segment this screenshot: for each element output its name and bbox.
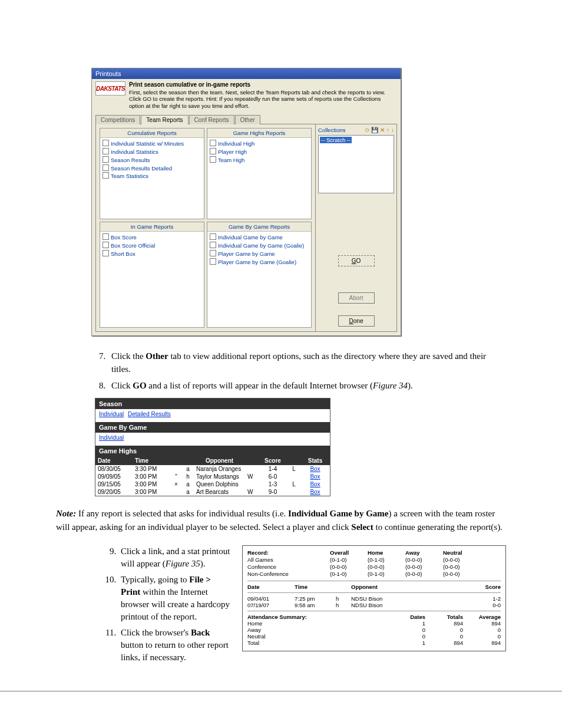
delete-icon[interactable]: ✕ [380,127,385,133]
box-link[interactable]: Box [310,489,320,495]
tab-other[interactable]: Other [235,115,260,124]
table-row: 09/20/053:00 PMaArt BearcatsW9-0Box [95,488,330,496]
checkbox-item[interactable]: Player Game by Game [210,250,309,258]
dakstats-logo: DAKSTATS [95,81,125,95]
new-icon[interactable]: ✩ [365,127,369,133]
table-row: 09/09/053:00 PM"hTaylor MustangsW6-0Box [95,473,330,480]
table-row: 08/30/053:30 PMaNaranja Oranges1-4LBox [95,465,330,473]
collection-scratch[interactable]: -- Scratch -- [320,137,352,143]
done-button[interactable]: Done [338,315,375,327]
in-game-reports-box: In Game Reports Box Score Box Score Offi… [100,222,204,328]
checkbox-item[interactable]: Individual Statistics [103,148,201,156]
checkbox-item[interactable]: Season Results [103,156,201,164]
checkbox-item[interactable]: Box Score Official [103,242,201,250]
step-10: Typically, going to File > Print within … [118,574,232,623]
tab-competitions[interactable]: Competitions [95,115,140,124]
box-link[interactable]: Box [310,466,320,472]
tab-conf-reports[interactable]: Conf Reports [189,115,234,124]
table-row: 09/04/017:25 pmhNDSU Bison1-2 [247,595,501,602]
checkbox-item[interactable]: Player High [210,148,309,156]
printouts-dialog: Printouts DAKSTATS Print season cumulati… [91,68,401,336]
dialog-title: Printouts [92,68,401,79]
checkbox-item[interactable]: Individual Game by Game [210,233,309,242]
link-individual[interactable]: Individual [99,411,124,417]
checkbox-item[interactable]: Short Box [103,250,201,258]
step-9: Click a link, and a stat printout will a… [118,545,232,570]
checkbox-item[interactable]: Individual Statistic w/ Minutes [103,140,201,148]
tabstrip: Competitions Team Reports Conf Reports O… [95,114,397,124]
game-highs-reports-box: Game Highs Reports Individual High Playe… [207,128,312,219]
link-detailed-results[interactable]: Detailed Results [128,411,171,417]
step-11: Click the browser's Back button to retur… [118,627,232,664]
cumulative-reports-box: Cumulative Reports Individual Statistic … [100,128,204,219]
up-icon[interactable]: ↑ [386,127,389,133]
down-icon[interactable]: ↓ [391,127,394,133]
report-list-figure: Season Individual Detailed Results Game … [95,398,330,496]
box-link[interactable]: Box [310,481,320,487]
go-button[interactable]: GO [338,255,375,266]
abort-button[interactable]: Abort [338,292,375,304]
checkbox-item[interactable]: Box Score [103,233,201,242]
checkbox-item[interactable]: Team High [210,156,309,164]
collections-list[interactable]: -- Scratch -- [318,135,394,193]
checkbox-item[interactable]: Player Game by Game (Goalie) [210,258,309,266]
tab-team-reports[interactable]: Team Reports [141,115,188,124]
note-paragraph: Note: If any report is selected that ask… [56,507,506,533]
save-icon[interactable]: 💾 [371,127,378,133]
collections-label: Collections [318,127,362,133]
checkbox-item[interactable]: Season Results Detailed [103,164,201,173]
game-by-game-reports-box: Game By Game Reports Individual Game by … [207,222,312,328]
link-individual-gbg[interactable]: Individual [99,434,124,441]
checkbox-item[interactable]: Individual High [210,140,309,148]
checkbox-item[interactable]: Individual Game by Game (Goalie) [210,242,309,250]
stat-printout-figure: Record: Overall Home Away Neutral All Ga… [242,545,506,651]
box-link[interactable]: Box [310,473,320,480]
table-row: 07/19/079:58 amhNDSU Bison0-0 [247,602,501,608]
dialog-instructions: Print season cumulative or in-game repor… [129,81,397,110]
step-7: Click the Other tab to view additional r… [108,350,506,376]
step-8: Click GO and a list of reports will appe… [108,380,506,393]
checkbox-item[interactable]: Team Statistics [103,172,201,180]
table-row: 09/15/053:00 PM×aQueen Dolphins1-3LBox [95,480,330,488]
